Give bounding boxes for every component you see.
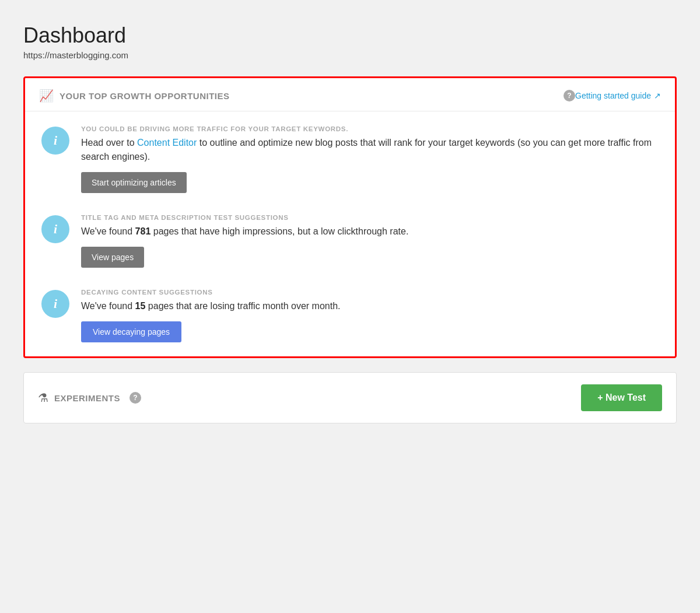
page-title: Dashboard bbox=[23, 23, 677, 48]
growth-help-icon[interactable]: ? bbox=[564, 90, 575, 101]
opportunity-text-2: We've found 781 pages that have high imp… bbox=[81, 225, 659, 239]
opportunity-content-2: TITLE TAG AND META DESCRIPTION TEST SUGG… bbox=[81, 214, 659, 268]
experiments-card: ⚗ EXPERIMENTS ? + New Test bbox=[23, 372, 677, 423]
info-letter-2: i bbox=[54, 222, 57, 237]
info-letter-3: i bbox=[54, 296, 57, 311]
new-test-button[interactable]: + New Test bbox=[581, 384, 662, 411]
growth-icon: 📈 bbox=[39, 89, 54, 103]
opportunity-text-1: Head over to Content Editor to outline a… bbox=[81, 136, 659, 164]
start-optimizing-button[interactable]: Start optimizing articles bbox=[81, 172, 187, 193]
view-decaying-button[interactable]: View decaying pages bbox=[81, 321, 181, 342]
view-pages-button[interactable]: View pages bbox=[81, 247, 144, 268]
external-link-icon: ↗ bbox=[654, 91, 661, 100]
card-body: i YOU COULD BE DRIVING MORE TRAFFIC FOR … bbox=[25, 111, 675, 356]
growth-opportunities-card: 📈 YOUR TOP GROWTH OPPORTUNITIES ? Gettin… bbox=[23, 76, 677, 358]
getting-started-link[interactable]: Getting started guide ↗ bbox=[575, 91, 661, 100]
page-url: https://masterblogging.com bbox=[23, 50, 677, 60]
experiments-left: ⚗ EXPERIMENTS ? bbox=[38, 391, 581, 405]
opportunity-content-1: YOU COULD BE DRIVING MORE TRAFFIC FOR YO… bbox=[81, 125, 659, 193]
experiments-help-icon[interactable]: ? bbox=[130, 392, 141, 404]
opportunity-label-3: DECAYING CONTENT SUGGESTIONS bbox=[81, 289, 659, 296]
decaying-pages-count: 15 bbox=[135, 301, 146, 311]
opportunity-label-2: TITLE TAG AND META DESCRIPTION TEST SUGG… bbox=[81, 214, 659, 221]
info-circle-2: i bbox=[41, 215, 69, 243]
flask-icon: ⚗ bbox=[38, 391, 48, 405]
opportunity-text-3: We've found 15 pages that are losing tra… bbox=[81, 299, 659, 313]
opportunity-title-tag: i TITLE TAG AND META DESCRIPTION TEST SU… bbox=[41, 214, 659, 268]
getting-started-label: Getting started guide bbox=[575, 91, 651, 100]
info-circle-3: i bbox=[41, 290, 69, 318]
opportunity-decaying: i DECAYING CONTENT SUGGESTIONS We've fou… bbox=[41, 289, 659, 342]
opportunity-content-3: DECAYING CONTENT SUGGESTIONS We've found… bbox=[81, 289, 659, 342]
pages-count: 781 bbox=[135, 226, 151, 236]
info-circle-1: i bbox=[41, 127, 69, 155]
content-editor-link[interactable]: Content Editor bbox=[137, 138, 197, 148]
growth-card-title: YOUR TOP GROWTH OPPORTUNITIES bbox=[60, 91, 559, 101]
experiments-title: EXPERIMENTS bbox=[54, 393, 120, 403]
opportunity-label-1: YOU COULD BE DRIVING MORE TRAFFIC FOR YO… bbox=[81, 125, 659, 132]
card-header: 📈 YOUR TOP GROWTH OPPORTUNITIES ? Gettin… bbox=[25, 78, 675, 111]
opportunity-content-editor: i YOU COULD BE DRIVING MORE TRAFFIC FOR … bbox=[41, 125, 659, 193]
info-letter-1: i bbox=[54, 133, 57, 148]
